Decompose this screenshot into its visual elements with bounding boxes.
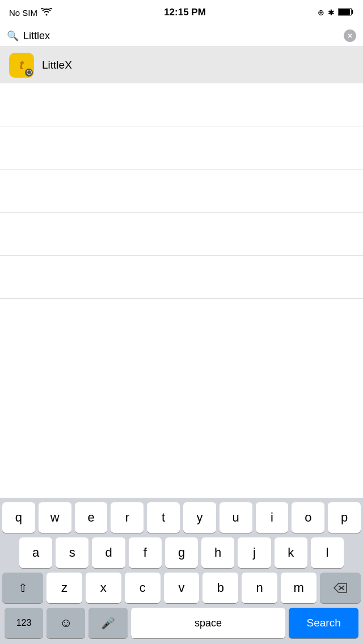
key-o[interactable]: o xyxy=(292,502,324,533)
key-p[interactable]: p xyxy=(328,502,361,533)
backspace-key[interactable] xyxy=(320,573,361,603)
key-g[interactable]: g xyxy=(165,537,198,568)
shift-key[interactable]: ⇧ xyxy=(2,573,43,603)
bluetooth-icon: ✱ xyxy=(328,8,335,17)
key-m[interactable]: m xyxy=(281,573,316,603)
search-bar: 🔍 × xyxy=(0,25,363,47)
key-l[interactable]: l xyxy=(311,537,344,568)
key-u[interactable]: u xyxy=(220,502,252,533)
empty-row-3 xyxy=(0,170,363,213)
svg-rect-1 xyxy=(339,9,350,15)
key-k[interactable]: k xyxy=(275,537,307,568)
key-e[interactable]: e xyxy=(75,502,108,533)
lock-icon: ⊕ xyxy=(318,8,324,17)
mic-key[interactable]: 🎤 xyxy=(88,608,127,638)
keyboard-row-1: q w e r t y u i o p xyxy=(2,502,361,533)
key-t[interactable]: t xyxy=(147,502,180,533)
clear-button[interactable]: × xyxy=(344,29,356,42)
results-list: t LittleX xyxy=(0,47,363,299)
key-n[interactable]: n xyxy=(242,573,277,603)
empty-row-2 xyxy=(0,126,363,170)
empty-row-1 xyxy=(0,83,363,126)
emoji-key[interactable]: ☺ xyxy=(47,608,85,638)
search-key[interactable]: Search xyxy=(289,608,358,638)
key-v[interactable]: v xyxy=(164,573,200,603)
key-c[interactable]: c xyxy=(125,573,161,603)
search-icon: 🔍 xyxy=(7,30,19,42)
keyboard-row-3: ⇧ z x c v b n m xyxy=(2,573,361,603)
keyboard-row-2: a s d f g h j k l xyxy=(2,537,361,568)
result-item-littlex[interactable]: t LittleX xyxy=(0,47,363,83)
search-input[interactable] xyxy=(23,30,339,42)
empty-row-4 xyxy=(0,213,363,256)
space-key[interactable]: space xyxy=(131,608,286,638)
key-x[interactable]: x xyxy=(86,573,121,603)
status-time: 12:15 PM xyxy=(164,7,206,18)
key-r[interactable]: r xyxy=(111,502,143,533)
key-s[interactable]: s xyxy=(56,537,88,568)
key-f[interactable]: f xyxy=(129,537,162,568)
key-b[interactable]: b xyxy=(202,573,238,603)
num-key[interactable]: 123 xyxy=(5,608,43,638)
key-a[interactable]: a xyxy=(19,537,52,568)
key-z[interactable]: z xyxy=(47,573,82,603)
key-w[interactable]: w xyxy=(39,502,71,533)
app-name-littlex: LittleX xyxy=(42,59,72,71)
keyboard: q w e r t y u i o p a s d f g h j k l ⇧ … xyxy=(0,498,363,644)
battery-icon xyxy=(338,8,354,18)
keyboard-bottom-row: 123 ☺ 🎤 space Search xyxy=(2,608,361,638)
empty-row-5 xyxy=(0,256,363,299)
status-right: ⊕ ✱ xyxy=(318,8,354,18)
key-h[interactable]: h xyxy=(201,537,234,568)
key-y[interactable]: y xyxy=(183,502,216,533)
status-bar: No SIM 12:15 PM ⊕ ✱ xyxy=(0,0,363,25)
app-icon-littlex: t xyxy=(9,53,34,78)
app-icon-badge xyxy=(25,69,33,77)
status-left: No SIM xyxy=(9,8,52,18)
key-d[interactable]: d xyxy=(92,537,125,568)
carrier-label: No SIM xyxy=(9,8,37,18)
key-i[interactable]: i xyxy=(256,502,289,533)
wifi-icon xyxy=(41,8,52,18)
key-j[interactable]: j xyxy=(238,537,271,568)
key-q[interactable]: q xyxy=(2,502,35,533)
